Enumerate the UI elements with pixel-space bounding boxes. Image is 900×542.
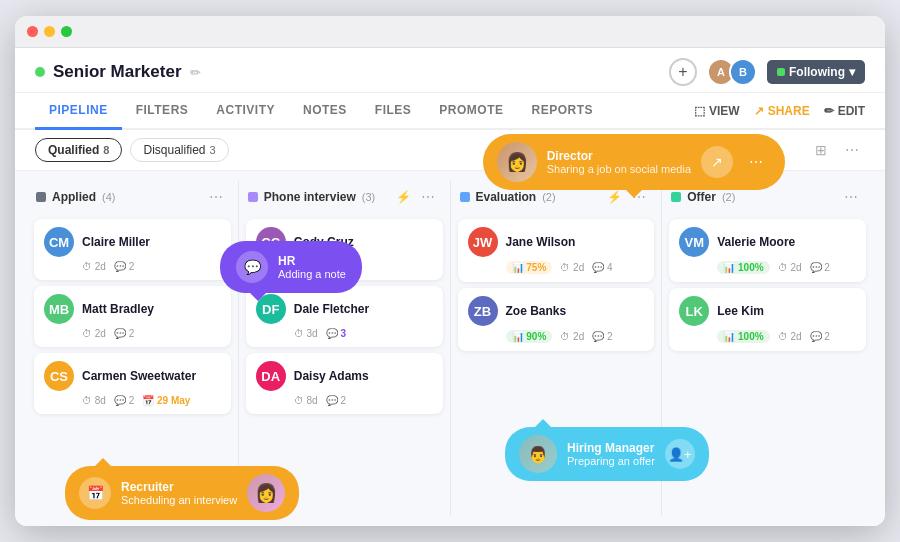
close-dot[interactable] [27, 26, 38, 37]
view-icon: ⬚ [694, 104, 705, 118]
candidate-name: Claire Miller [82, 235, 150, 249]
candidate-name: Matt Bradley [82, 302, 154, 316]
director-share-icon[interactable]: ↗ [701, 146, 733, 178]
hiring-role: Hiring Manager [567, 441, 655, 455]
tab-files[interactable]: FILES [361, 93, 426, 130]
comments-claire: 💬 2 [114, 261, 134, 272]
calendar-icon: 📅 [79, 477, 111, 509]
time-daisy: ⏱ 8d [294, 395, 318, 406]
app-content: Senior Marketer ✏ + A B Following ▾ PIPE… [15, 48, 885, 526]
director-avatar-img: 👩 [497, 142, 537, 182]
card-meta-daisy: ⏱ 8d 💬 2 [256, 395, 433, 406]
following-button[interactable]: Following ▾ [767, 60, 865, 84]
filter-left: Qualified 8 Disqualified 3 [35, 138, 229, 162]
director-tooltip: 👩 Director Sharing a job on social media… [483, 134, 785, 190]
director-avatar: 👩 [497, 142, 537, 182]
comments-carmen: 💬 2 [114, 395, 134, 406]
candidate-name: Jane Wilson [506, 235, 576, 249]
top-header: Senior Marketer ✏ + A B Following ▾ [15, 48, 885, 93]
add-button[interactable]: + [669, 58, 697, 86]
time-jane: ⏱ 2d [560, 262, 584, 273]
column-applied-header: Applied (4) ⋯ [34, 181, 231, 213]
score-jane: 📊 75% [506, 261, 553, 274]
comments-lee: 💬 2 [810, 331, 830, 342]
minimize-dot[interactable] [44, 26, 55, 37]
qualified-filter[interactable]: Qualified 8 [35, 138, 122, 162]
offer-dot [671, 192, 681, 202]
time-zoe: ⏱ 2d [560, 331, 584, 342]
avatar-jane: JW [468, 227, 498, 257]
phone-title: Phone interview [264, 190, 356, 204]
director-more-btn[interactable]: ⋯ [743, 150, 769, 174]
candidate-name: Lee Kim [717, 304, 764, 318]
card-meta-claire: ⏱ 2d 💬 2 [44, 261, 221, 272]
hiring-tooltip: 👨 Hiring Manager Preparing an offer 👤+ [505, 427, 709, 481]
time-claire: ⏱ 2d [82, 261, 106, 272]
card-valerie-moore[interactable]: VM Valerie Moore 📊 100% ⏱ 2d 💬 2 [669, 219, 866, 282]
tab-pipeline[interactable]: PIPELINE [35, 93, 122, 130]
director-role: Director [547, 149, 691, 163]
nav-left: PIPELINE FILTERS ACTIVITY NOTES FILES PR… [35, 93, 607, 128]
hiring-avatar: 👨 [519, 435, 557, 473]
card-meta-matt: ⏱ 2d 💬 2 [44, 328, 221, 339]
tab-activity[interactable]: ACTIVITY [202, 93, 289, 130]
edit-icon: ✏ [824, 104, 834, 118]
director-action: Sharing a job on social media [547, 163, 691, 175]
card-dale-fletcher[interactable]: DF Dale Fletcher ⏱ 3d 💬 3 [246, 286, 443, 347]
card-matt-bradley[interactable]: MB Matt Bradley ⏱ 2d 💬 2 [34, 286, 231, 347]
header-actions: + A B Following ▾ [669, 58, 865, 86]
share-action[interactable]: ↗ SHARE [754, 104, 810, 118]
status-indicator [35, 67, 45, 77]
avatar-valerie: VM [679, 227, 709, 257]
evaluation-title: Evaluation [476, 190, 537, 204]
tab-reports[interactable]: REPORTS [518, 93, 608, 130]
applied-more-btn[interactable]: ⋯ [203, 185, 229, 209]
card-claire-miller[interactable]: CM Claire Miller ⏱ 2d 💬 2 [34, 219, 231, 280]
card-zoe-banks[interactable]: ZB Zoe Banks 📊 90% ⏱ 2d 💬 2 [458, 288, 655, 351]
page-title: Senior Marketer [53, 62, 182, 82]
edit-action[interactable]: ✏ EDIT [824, 104, 865, 118]
page-title-group: Senior Marketer ✏ [35, 62, 201, 82]
disqualified-filter[interactable]: Disqualified 3 [130, 138, 228, 162]
filter-right: ⊞ ⋯ [809, 138, 865, 162]
title-edit-icon[interactable]: ✏ [190, 65, 201, 80]
time-carmen: ⏱ 8d [82, 395, 106, 406]
offer-more-btn[interactable]: ⋯ [838, 185, 864, 209]
phone-more-btn[interactable]: ⋯ [415, 185, 441, 209]
card-daisy-adams[interactable]: DA Daisy Adams ⏱ 8d 💬 2 [246, 353, 443, 414]
tab-notes[interactable]: NOTES [289, 93, 361, 130]
more-options-btn[interactable]: ⋯ [839, 138, 865, 162]
candidate-name: Carmen Sweetwater [82, 369, 196, 383]
board-view-btn[interactable]: ⊞ [809, 138, 833, 162]
recruiter-role: Recruiter [121, 480, 237, 494]
hr-role: HR [278, 254, 346, 268]
kanban-board: 💬 HR Adding a note 👨 Hiring Manager Prep… [15, 171, 885, 526]
comments-jane: 💬 4 [592, 262, 612, 273]
avatar-daisy: DA [256, 361, 286, 391]
card-jane-wilson[interactable]: JW Jane Wilson 📊 75% ⏱ 2d 💬 4 [458, 219, 655, 282]
add-person-icon[interactable]: 👤+ [665, 439, 695, 469]
phone-dot [248, 192, 258, 202]
card-lee-kim[interactable]: LK Lee Kim 📊 100% ⏱ 2d 💬 2 [669, 288, 866, 351]
hr-action: Adding a note [278, 268, 346, 280]
candidate-name: Dale Fletcher [294, 302, 369, 316]
time-valerie: ⏱ 2d [778, 262, 802, 273]
tab-promote[interactable]: PROMOTE [425, 93, 517, 130]
column-phone-header: Phone interview (3) ⚡ ⋯ [246, 181, 443, 213]
hr-tooltip: 💬 HR Adding a note [220, 241, 362, 293]
offer-count: (2) [722, 191, 735, 203]
expand-dot[interactable] [61, 26, 72, 37]
view-action[interactable]: ⬚ VIEW [694, 104, 740, 118]
avatars-group: A B [707, 58, 757, 86]
card-meta-lee: 📊 100% ⏱ 2d 💬 2 [679, 330, 856, 343]
disqualified-label: Disqualified [143, 143, 205, 157]
avatar-carmen: CS [44, 361, 74, 391]
lightning-icon: ⚡ [396, 190, 411, 204]
phone-actions: ⚡ ⋯ [396, 185, 441, 209]
tab-filters[interactable]: FILTERS [122, 93, 203, 130]
time-matt: ⏱ 2d [82, 328, 106, 339]
card-carmen-sweetwater[interactable]: CS Carmen Sweetwater ⏱ 8d 💬 2 📅 29 May [34, 353, 231, 414]
comments-dale: 💬 3 [326, 328, 346, 339]
applied-dot [36, 192, 46, 202]
score-valerie: 📊 100% [717, 261, 769, 274]
